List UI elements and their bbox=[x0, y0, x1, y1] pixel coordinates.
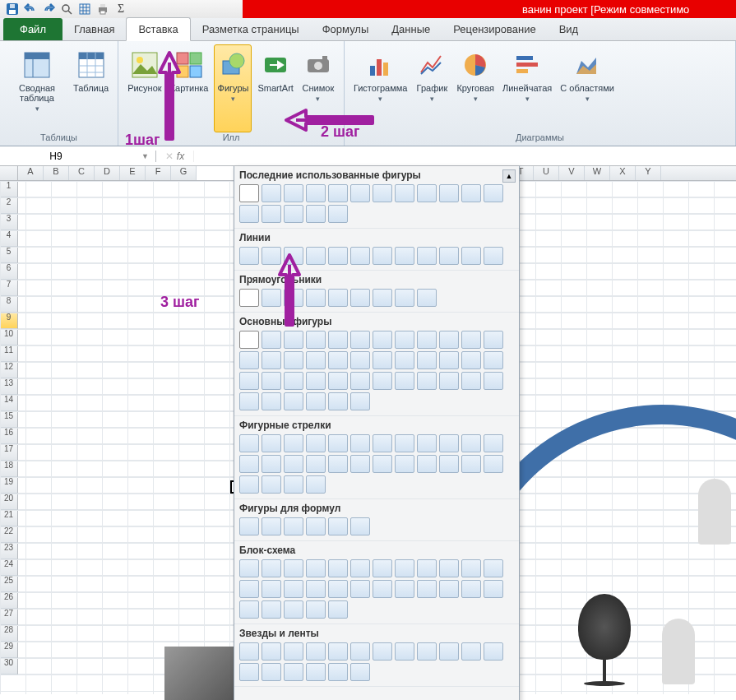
shape-item[interactable] bbox=[373, 580, 392, 598]
area-chart-button[interactable]: С областями▾ bbox=[558, 44, 617, 132]
shape-item[interactable] bbox=[239, 475, 259, 494]
shape-item[interactable] bbox=[262, 372, 281, 390]
col-header[interactable]: G bbox=[171, 166, 197, 180]
shape-item[interactable] bbox=[439, 184, 459, 202]
shape-item[interactable] bbox=[328, 455, 348, 473]
tab-formulas[interactable]: Формулы bbox=[311, 18, 381, 40]
shape-item[interactable] bbox=[395, 289, 414, 307]
tab-data[interactable]: Данные bbox=[380, 18, 442, 40]
shape-item[interactable] bbox=[395, 642, 414, 661]
col-header[interactable]: Y bbox=[636, 166, 661, 180]
shape-item[interactable] bbox=[284, 434, 303, 452]
row-header[interactable]: 21 bbox=[0, 510, 18, 526]
sigma-icon[interactable]: Σ bbox=[113, 2, 128, 16]
row-header[interactable]: 18 bbox=[0, 461, 18, 477]
name-box-drop-icon[interactable]: ▼ bbox=[141, 152, 149, 160]
shape-item[interactable] bbox=[350, 663, 370, 681]
shape-item[interactable] bbox=[461, 331, 481, 349]
shape-item[interactable] bbox=[373, 351, 392, 369]
bar-chart-button[interactable]: Линейчатая▾ bbox=[500, 44, 554, 132]
redo-icon[interactable] bbox=[41, 2, 56, 16]
row-header[interactable]: 24 bbox=[0, 559, 18, 576]
shape-item[interactable] bbox=[328, 372, 348, 390]
shape-item[interactable] bbox=[484, 351, 503, 369]
shape-item[interactable] bbox=[484, 642, 503, 661]
col-header[interactable]: F bbox=[146, 166, 171, 180]
shape-item[interactable] bbox=[239, 600, 259, 619]
shape-item[interactable] bbox=[306, 455, 326, 473]
tab-layout[interactable]: Разметка страницы bbox=[191, 18, 311, 40]
shape-item[interactable] bbox=[328, 517, 348, 535]
row-header[interactable]: 29 bbox=[0, 642, 18, 658]
tab-file[interactable]: Файл bbox=[3, 18, 62, 40]
shape-item[interactable] bbox=[306, 517, 326, 535]
worksheet-grid[interactable]: ABCDEFG STUVWXY 123456789101112131415161… bbox=[0, 166, 736, 694]
shape-item[interactable] bbox=[284, 559, 303, 577]
row-header[interactable]: 23 bbox=[0, 543, 18, 559]
shape-item[interactable] bbox=[284, 475, 303, 494]
tab-insert[interactable]: Вставка bbox=[126, 17, 190, 41]
shape-item[interactable] bbox=[439, 559, 459, 577]
shape-item[interactable] bbox=[461, 184, 481, 202]
shape-item[interactable] bbox=[306, 663, 326, 681]
row-header[interactable]: 9 bbox=[0, 313, 18, 329]
row-header[interactable]: 1 bbox=[0, 181, 18, 197]
shape-item[interactable] bbox=[284, 247, 303, 265]
column-chart-button[interactable]: Гистограмма▾ bbox=[351, 44, 410, 132]
shape-item[interactable] bbox=[306, 580, 326, 598]
shape-item[interactable] bbox=[484, 331, 503, 349]
shape-item[interactable] bbox=[262, 455, 281, 473]
shape-item[interactable] bbox=[350, 351, 370, 369]
row-header[interactable]: 15 bbox=[0, 411, 18, 428]
shape-item[interactable] bbox=[350, 580, 370, 598]
shape-item[interactable] bbox=[395, 331, 414, 349]
shape-item[interactable] bbox=[439, 580, 459, 598]
shape-item[interactable] bbox=[306, 392, 326, 410]
shape-item[interactable] bbox=[417, 184, 437, 202]
row-header[interactable]: 27 bbox=[0, 609, 18, 625]
shape-item[interactable] bbox=[262, 559, 281, 577]
shape-item[interactable] bbox=[262, 600, 281, 619]
shape-item[interactable] bbox=[328, 580, 348, 598]
tab-view[interactable]: Вид bbox=[548, 18, 590, 40]
gallery-scroll-up-icon[interactable]: ▲ bbox=[502, 169, 516, 183]
row-header[interactable]: 13 bbox=[0, 378, 18, 395]
shape-item[interactable] bbox=[306, 559, 326, 577]
row-header[interactable]: 14 bbox=[0, 395, 18, 411]
shape-item[interactable] bbox=[417, 580, 437, 598]
shape-item[interactable] bbox=[239, 517, 259, 535]
col-header[interactable]: U bbox=[534, 166, 559, 180]
shape-item[interactable] bbox=[417, 247, 437, 265]
shape-item[interactable] bbox=[262, 580, 281, 598]
shape-item[interactable] bbox=[484, 372, 503, 390]
shape-item[interactable] bbox=[461, 247, 481, 265]
shape-item[interactable] bbox=[284, 600, 303, 619]
line-chart-button[interactable]: График▾ bbox=[413, 44, 451, 132]
shape-item[interactable] bbox=[395, 351, 414, 369]
shape-item[interactable] bbox=[461, 559, 481, 577]
shape-item[interactable] bbox=[284, 580, 303, 598]
shape-item[interactable] bbox=[439, 372, 459, 390]
shapes-button[interactable]: Фигуры▾ bbox=[214, 44, 252, 132]
shape-item[interactable] bbox=[350, 184, 370, 202]
row-header[interactable]: 25 bbox=[0, 576, 18, 592]
shape-item[interactable] bbox=[461, 455, 481, 473]
shape-item[interactable] bbox=[461, 351, 481, 369]
shape-item[interactable] bbox=[239, 247, 259, 265]
col-header[interactable]: V bbox=[559, 166, 585, 180]
shape-item[interactable] bbox=[284, 331, 303, 349]
shape-item[interactable] bbox=[373, 372, 392, 390]
shape-item[interactable] bbox=[417, 372, 437, 390]
shape-item[interactable] bbox=[284, 455, 303, 473]
shape-item[interactable] bbox=[395, 580, 414, 598]
row-header[interactable]: 2 bbox=[0, 197, 18, 214]
shape-item[interactable] bbox=[395, 455, 414, 473]
shape-item[interactable] bbox=[239, 580, 259, 598]
shape-item[interactable] bbox=[439, 247, 459, 265]
shape-item[interactable] bbox=[262, 184, 281, 202]
shape-item[interactable] bbox=[262, 434, 281, 452]
row-header[interactable]: 4 bbox=[0, 230, 18, 247]
shape-item[interactable] bbox=[262, 663, 281, 681]
row-header[interactable]: 26 bbox=[0, 592, 18, 609]
shape-item[interactable] bbox=[262, 289, 281, 307]
